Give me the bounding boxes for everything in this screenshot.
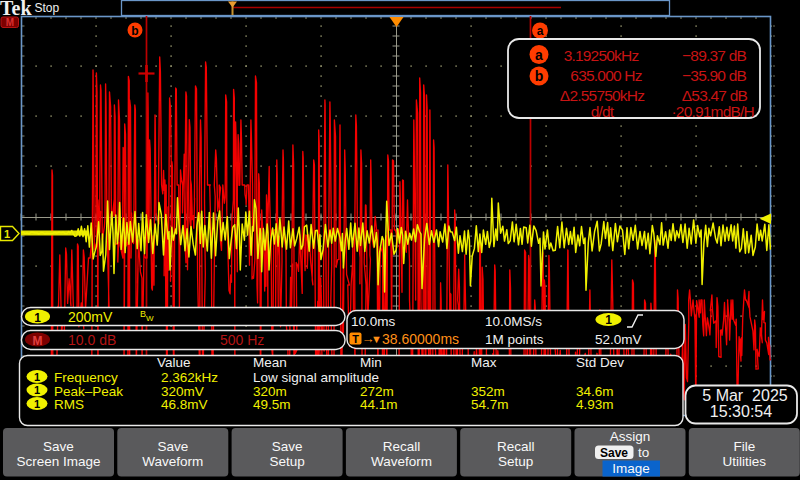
svg-text:15:30:54: 15:30:54 — [710, 403, 772, 420]
svg-text:b: b — [131, 24, 138, 38]
svg-text:·20.91mdB/H: ·20.91mdB/H — [671, 103, 754, 120]
svg-text:Image: Image — [612, 461, 650, 476]
svg-text:RMS: RMS — [54, 397, 84, 412]
svg-text:Save: Save — [272, 439, 303, 454]
svg-text:Stop: Stop — [35, 1, 60, 15]
svg-text:Recall: Recall — [383, 439, 421, 454]
svg-text:Utilities: Utilities — [723, 454, 767, 469]
svg-text:Δ2.55750kHz: Δ2.55750kHz — [560, 87, 644, 104]
svg-text:1: 1 — [4, 228, 10, 240]
svg-text:File: File — [733, 439, 755, 454]
svg-text:Recall: Recall — [497, 439, 535, 454]
svg-text:500 Hz: 500 Hz — [220, 332, 264, 348]
svg-text:d/dt: d/dt — [591, 103, 615, 120]
svg-text:Waveform: Waveform — [371, 454, 432, 469]
svg-text:635.000 Hz: 635.000 Hz — [570, 67, 641, 84]
svg-text:1M points: 1M points — [485, 332, 544, 347]
svg-text:Save: Save — [43, 439, 74, 454]
svg-text:▼: ▼ — [371, 333, 382, 345]
svg-text:Std Dev: Std Dev — [576, 355, 624, 370]
svg-text:Waveform: Waveform — [142, 454, 203, 469]
svg-text:54.7m: 54.7m — [471, 397, 509, 412]
svg-text:1: 1 — [34, 384, 40, 396]
svg-text:−89.37 dB: −89.37 dB — [682, 47, 746, 64]
svg-text:Value: Value — [157, 355, 191, 370]
svg-text:Setup: Setup — [269, 454, 304, 469]
svg-text:1: 1 — [605, 313, 612, 327]
svg-text:−35.90 dB: −35.90 dB — [682, 67, 746, 84]
svg-text:a: a — [535, 47, 543, 63]
svg-text:Max: Max — [471, 355, 497, 370]
svg-text:Save: Save — [600, 446, 628, 460]
svg-text:b: b — [535, 68, 544, 84]
svg-text:10.0ms: 10.0ms — [351, 314, 396, 329]
svg-text:Setup: Setup — [498, 454, 533, 469]
svg-text:Screen Image: Screen Image — [16, 454, 100, 469]
svg-text:Mean: Mean — [253, 355, 287, 370]
svg-text:Assign: Assign — [610, 429, 651, 444]
svg-text:44.1m: 44.1m — [360, 397, 398, 412]
svg-text:Min: Min — [360, 355, 382, 370]
svg-text:52.0mV: 52.0mV — [595, 332, 642, 347]
svg-text:M: M — [33, 334, 43, 348]
svg-text:Tek: Tek — [0, 0, 32, 19]
svg-text:Δ53.47 dB: Δ53.47 dB — [682, 87, 748, 104]
svg-text:10.0 dB: 10.0 dB — [68, 332, 116, 348]
svg-text:4.93m: 4.93m — [576, 397, 614, 412]
svg-text:5 Mar 2025: 5 Mar 2025 — [702, 387, 787, 404]
svg-text:a: a — [537, 24, 544, 38]
svg-text:46.8mV: 46.8mV — [161, 397, 208, 412]
svg-text:W: W — [146, 314, 154, 323]
svg-text:Save: Save — [157, 439, 188, 454]
svg-text:T: T — [352, 333, 359, 345]
svg-text:1: 1 — [34, 371, 40, 383]
svg-text:3.19250kHz: 3.19250kHz — [564, 47, 639, 64]
svg-text:10.0MS/s: 10.0MS/s — [485, 314, 542, 329]
svg-text:to: to — [638, 445, 649, 460]
svg-text:1: 1 — [34, 398, 40, 410]
svg-text:1: 1 — [34, 311, 41, 325]
svg-text:49.5m: 49.5m — [253, 397, 291, 412]
svg-text:38.60000ms: 38.60000ms — [382, 331, 459, 347]
svg-text:200mV: 200mV — [68, 309, 113, 325]
